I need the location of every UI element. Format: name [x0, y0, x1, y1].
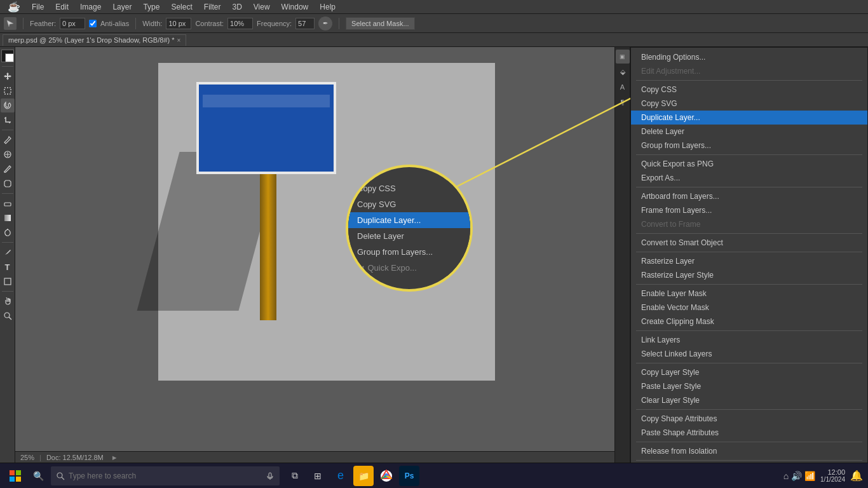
- notification-btn[interactable]: 🔔: [850, 470, 863, 482]
- ctx-paste-layer-style[interactable]: Paste Layer Style: [631, 379, 867, 393]
- tool-sep3: [2, 242, 13, 243]
- menu-layer[interactable]: Layer: [107, 1, 137, 13]
- menu-type[interactable]: Type: [138, 1, 165, 13]
- pen-tool[interactable]: [1, 245, 15, 259]
- hand-tool[interactable]: [1, 294, 15, 308]
- ctx-select-linked[interactable]: Select Linked Layers: [631, 347, 867, 361]
- dodge-tool[interactable]: [1, 226, 15, 240]
- tool-sep0: [2, 66, 13, 67]
- zoom-tool[interactable]: [1, 309, 15, 323]
- ctx-blending-options[interactable]: Blending Options...: [631, 50, 867, 64]
- current-tool-icon: [4, 17, 17, 30]
- feather-input[interactable]: [60, 18, 85, 29]
- anti-alias-checkbox[interactable]: [89, 20, 97, 27]
- anti-alias-label: Anti-alias: [100, 20, 129, 27]
- frequency-input[interactable]: [295, 18, 315, 29]
- gradient-tool[interactable]: [1, 211, 15, 225]
- ctx-duplicate-layer[interactable]: Duplicate Layer...: [631, 111, 867, 125]
- ctx-convert-smart[interactable]: Convert to Smart Object: [631, 236, 867, 250]
- ps-logo[interactable]: ☕: [3, 0, 25, 14]
- panel-icon-2[interactable]: ⬙: [616, 65, 630, 79]
- width-input[interactable]: [166, 18, 191, 29]
- menu-select[interactable]: Select: [166, 1, 197, 13]
- ctx-rasterize-style[interactable]: Rasterize Layer Style: [631, 268, 867, 282]
- move-tool[interactable]: [1, 69, 15, 83]
- tab-close-btn[interactable]: ×: [177, 37, 181, 44]
- ctx-edit-adjustment: Edit Adjustment...: [631, 64, 867, 78]
- crop-tool[interactable]: [1, 113, 15, 127]
- ctx-quick-export[interactable]: Quick Export as PNG: [631, 157, 867, 171]
- foreground-color[interactable]: [1, 50, 14, 62]
- chrome-icon[interactable]: [376, 466, 397, 486]
- tab-title: merp.psd @ 25% (Layer 1's Drop Shadow, R…: [8, 36, 175, 44]
- menu-image[interactable]: Image: [75, 1, 106, 13]
- text-tool[interactable]: T: [1, 260, 15, 274]
- zoom-duplicate-layer: Duplicate Layer...: [348, 212, 470, 228]
- menu-window[interactable]: Window: [276, 1, 314, 13]
- taskview-icon[interactable]: ⧉: [285, 466, 305, 486]
- ctx-copy-css[interactable]: Copy CSS: [631, 83, 867, 97]
- ctx-copy-shape[interactable]: Copy Shape Attributes: [631, 412, 867, 426]
- ctx-copy-svg[interactable]: Copy SVG: [631, 97, 867, 111]
- taskbar-search-bar[interactable]: [51, 466, 280, 485]
- taskbar-search-input[interactable]: [69, 471, 262, 480]
- widgets-icon[interactable]: ⊞: [308, 466, 328, 486]
- ctx-enable-mask[interactable]: Enable Layer Mask: [631, 287, 867, 301]
- taskbar: 🔍 ⧉ ⊞ e 📁 Ps ⌂ 🔊 📶 12:00 1/1/2024 🔔: [0, 463, 868, 488]
- doc-size: Doc: 12.5M/12.8M: [46, 454, 104, 461]
- tool-sep1: [2, 130, 13, 130]
- contrast-input[interactable]: [227, 18, 253, 29]
- svg-rect-6: [4, 203, 11, 206]
- eyedropper-tool[interactable]: [1, 133, 15, 147]
- ctx-release-isolation[interactable]: Release from Isolation: [631, 444, 867, 458]
- ctx-link-layers[interactable]: Link Layers: [631, 333, 867, 347]
- panel-icon-3[interactable]: A: [616, 80, 630, 94]
- brush-tool[interactable]: [1, 162, 15, 176]
- zoom-copy-svg: Copy SVG: [348, 196, 470, 212]
- healing-brush[interactable]: [1, 147, 15, 161]
- width-label: Width:: [142, 20, 162, 27]
- edge-icon[interactable]: e: [330, 466, 351, 486]
- ctx-convert-frame: Convert to Frame: [631, 217, 867, 231]
- zoom-level: 25%: [20, 454, 34, 461]
- clone-stamp[interactable]: [1, 177, 15, 191]
- zoom-delete-layer: Delete Layer: [348, 228, 470, 244]
- ctx-copy-layer-style[interactable]: Copy Layer Style: [631, 365, 867, 379]
- menu-help[interactable]: Help: [315, 1, 341, 13]
- menu-filter[interactable]: Filter: [199, 1, 226, 13]
- panel-icon-4[interactable]: ¶: [616, 95, 630, 109]
- eraser-tool[interactable]: [1, 196, 15, 210]
- svg-rect-12: [10, 470, 15, 475]
- ctx-export-as[interactable]: Export As...: [631, 171, 867, 185]
- menu-file[interactable]: File: [27, 1, 49, 13]
- explorer-icon[interactable]: 📁: [353, 466, 374, 486]
- ctx-artboard[interactable]: Artboard from Layers...: [631, 189, 867, 203]
- sign-post: [260, 174, 276, 320]
- photoshop-taskbar-icon[interactable]: Ps: [399, 466, 419, 486]
- selection-tool[interactable]: [1, 84, 15, 98]
- panel-icon-1[interactable]: ▣: [616, 50, 630, 64]
- ctx-clear-layer-style[interactable]: Clear Layer Style: [631, 393, 867, 407]
- ctx-enable-vector-mask[interactable]: Enable Vector Mask: [631, 301, 867, 315]
- svg-rect-14: [10, 477, 15, 482]
- ctx-rasterize-layer[interactable]: Rasterize Layer: [631, 254, 867, 268]
- start-button[interactable]: [5, 466, 25, 486]
- menu-view[interactable]: View: [248, 1, 275, 13]
- ctx-sep8: [636, 363, 862, 363]
- clock-time: 12:00: [820, 468, 845, 476]
- menu-3d[interactable]: 3D: [227, 1, 247, 13]
- select-mask-btn[interactable]: Select and Mask...: [346, 17, 415, 30]
- menu-edit[interactable]: Edit: [50, 1, 74, 13]
- ctx-group-layers[interactable]: Group from Layers...: [631, 139, 867, 152]
- pen-pressure-icon[interactable]: ✒: [318, 17, 332, 30]
- ctx-paste-shape[interactable]: Paste Shape Attributes: [631, 426, 867, 440]
- document-tab[interactable]: merp.psd @ 25% (Layer 1's Drop Shadow, R…: [3, 34, 186, 46]
- shape-tool[interactable]: [1, 274, 15, 288]
- options-sep2: [135, 18, 136, 29]
- ctx-frame-layers[interactable]: Frame from Layers...: [631, 203, 867, 217]
- ctx-sep9: [636, 409, 862, 410]
- ctx-delete-layer[interactable]: Delete Layer: [631, 125, 867, 139]
- ctx-clipping-mask[interactable]: Create Clipping Mask: [631, 315, 867, 329]
- taskbar-search-icon[interactable]: 🔍: [28, 466, 48, 486]
- lasso-tool[interactable]: [1, 98, 15, 112]
